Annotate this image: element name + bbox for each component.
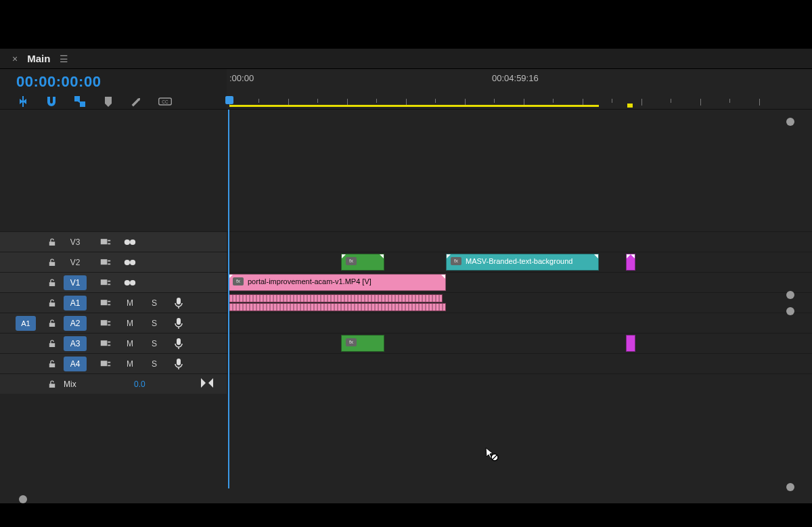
clip-v2-magenta[interactable] (626, 254, 635, 271)
clip-a3-magenta[interactable] (626, 335, 635, 352)
ruler-label: :00:00 (229, 73, 254, 83)
lane-a1 (227, 292, 812, 313)
sequence-title[interactable]: Main (27, 53, 50, 64)
clip-a1-wave-bot[interactable] (228, 303, 446, 311)
svg-rect-15 (101, 340, 108, 346)
svg-rect-17 (101, 361, 108, 366)
settings-wrench-icon[interactable] (130, 95, 143, 108)
sync-lock-icon[interactable] (93, 278, 118, 288)
toggle-track-output-icon[interactable] (118, 237, 142, 247)
mix-value[interactable]: 0.0 (134, 380, 145, 389)
svg-rect-11 (101, 300, 108, 305)
svg-rect-13 (101, 320, 108, 325)
mix-label: Mix (64, 377, 93, 392)
lock-icon[interactable] (41, 339, 64, 348)
track-target[interactable]: A1 (64, 296, 87, 311)
voiceover-mic-icon[interactable] (166, 359, 191, 369)
snap-icon[interactable] (45, 95, 58, 108)
timeline-tracks-area[interactable]: fx fxMASV-Branded-text-background fxport… (227, 110, 812, 503)
playhead-timecode[interactable]: 00:00:00:00 (16, 73, 227, 91)
solo-button[interactable]: S (142, 339, 166, 348)
clip-label: portal-improvement-acam-v1.MP4 [V] (248, 277, 371, 285)
solo-button[interactable]: S (142, 359, 166, 369)
svg-rect-12 (177, 298, 181, 304)
svg-rect-5 (101, 259, 108, 265)
sync-lock-icon[interactable] (93, 298, 118, 308)
playhead-handle[interactable] (225, 96, 233, 104)
svg-point-10 (130, 279, 135, 285)
track-header-v3[interactable]: V3 (0, 231, 227, 252)
clip-v2-green[interactable]: fx (341, 254, 384, 271)
track-header-a2[interactable]: A1 A2 M S (0, 313, 227, 333)
hscroll-left-handle[interactable] (19, 495, 27, 503)
track-target[interactable]: V1 (64, 275, 87, 290)
mute-button[interactable]: M (118, 359, 142, 369)
clip-a1-wave-top[interactable] (228, 294, 443, 302)
lane-a4 (227, 353, 812, 373)
lock-icon[interactable] (41, 319, 64, 328)
svg-rect-16 (177, 338, 181, 345)
snap-playhead-icon[interactable] (201, 378, 213, 390)
track-header-a1[interactable]: A1 M S (0, 292, 227, 313)
sync-lock-icon[interactable] (93, 339, 118, 348)
vscroll-bottom-handle[interactable] (786, 483, 794, 491)
toggle-track-output-icon[interactable] (118, 258, 142, 267)
sync-lock-icon[interactable] (93, 237, 118, 247)
playhead-line[interactable] (228, 110, 229, 488)
mute-button[interactable]: M (118, 298, 142, 308)
track-target[interactable]: A4 (64, 357, 87, 371)
lock-icon[interactable] (41, 298, 64, 308)
close-sequence-button[interactable]: × (12, 53, 18, 64)
track-target[interactable]: V2 (64, 255, 87, 270)
track-header-a4[interactable]: A4 M S (0, 353, 227, 373)
clip-v2-teal[interactable]: fxMASV-Branded-text-background (446, 254, 599, 271)
solo-button[interactable]: S (142, 319, 166, 328)
lock-icon[interactable] (41, 359, 64, 369)
insert-overwrite-icon[interactable] (16, 95, 30, 108)
panel-menu-button[interactable]: ☰ (60, 53, 68, 64)
track-header-area: V3 V2 V1 A1 (0, 110, 227, 503)
voiceover-mic-icon[interactable] (166, 338, 191, 349)
lock-icon[interactable] (41, 237, 64, 247)
svg-point-7 (130, 259, 135, 265)
lock-icon[interactable] (41, 278, 64, 288)
mute-button[interactable]: M (118, 339, 142, 348)
clip-a3-green[interactable]: fx (341, 335, 384, 352)
vscroll-mid-handle-1[interactable] (786, 291, 794, 299)
add-marker-icon[interactable] (102, 95, 115, 108)
track-target[interactable]: A2 (64, 316, 87, 331)
time-ruler[interactable]: :00:00 00:04:59:16 (227, 69, 812, 109)
timeline-panel: × Main ☰ 00:00:00:00 CC :00:00 00:04:59:… (0, 49, 812, 503)
sync-lock-icon[interactable] (93, 258, 118, 267)
track-header-v1[interactable]: V1 (0, 272, 227, 292)
sync-lock-icon[interactable] (93, 319, 118, 328)
timeline-header: 00:00:00:00 CC :00:00 00:04:59:16 (0, 69, 812, 110)
svg-rect-18 (177, 359, 181, 365)
track-target[interactable]: A3 (64, 336, 87, 351)
track-target[interactable]: V3 (64, 235, 87, 250)
solo-button[interactable]: S (142, 298, 166, 308)
fx-badge-icon: fx (346, 338, 357, 346)
work-area-bar[interactable] (229, 105, 599, 107)
source-patch-a1[interactable]: A1 (16, 316, 36, 331)
track-header-v2[interactable]: V2 (0, 252, 227, 272)
track-header-a3[interactable]: A3 M S (0, 333, 227, 353)
lane-a2 (227, 313, 812, 333)
toggle-track-output-icon[interactable] (118, 278, 142, 288)
captions-icon[interactable]: CC (158, 95, 172, 108)
svg-point-4 (130, 239, 135, 244)
mute-button[interactable]: M (118, 319, 142, 328)
vscroll-top-handle[interactable] (786, 118, 794, 126)
linked-selection-icon[interactable] (73, 95, 87, 108)
sync-lock-icon[interactable] (93, 359, 118, 369)
fx-badge-icon: fx (346, 257, 357, 265)
track-header-mix[interactable]: Mix 0.0 (0, 373, 227, 394)
work-area-marker[interactable] (627, 104, 633, 108)
lock-icon[interactable] (41, 258, 64, 267)
clip-v1-pink[interactable]: fxportal-improvement-acam-v1.MP4 [V] (228, 274, 446, 291)
voiceover-mic-icon[interactable] (166, 318, 191, 329)
vscroll-mid-handle-2[interactable] (786, 307, 794, 315)
lock-icon[interactable] (41, 380, 64, 389)
fx-badge-icon: fx (233, 277, 244, 285)
voiceover-mic-icon[interactable] (166, 298, 191, 308)
